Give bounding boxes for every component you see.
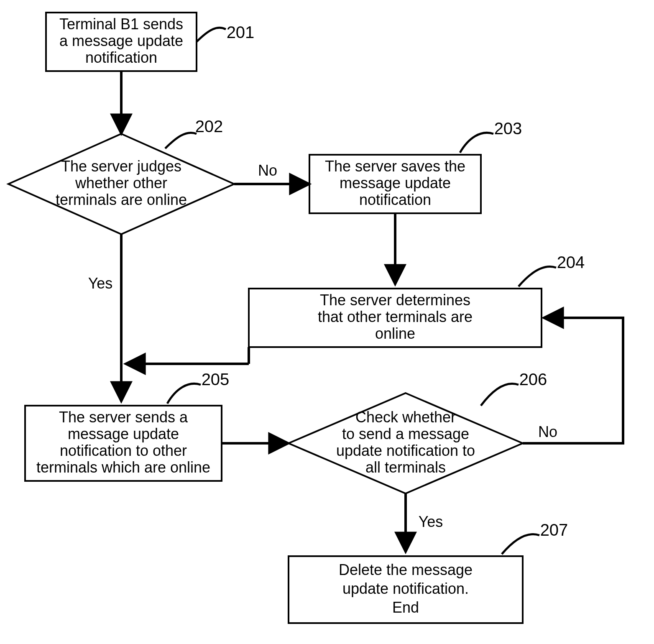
node-203: The server saves the message update noti… — [309, 155, 481, 213]
ref-203: 203 — [494, 119, 522, 138]
node-206-line1: Check whether — [355, 409, 456, 426]
node-207-line1: Delete the message — [339, 561, 473, 578]
node-207-line3: End — [392, 599, 419, 616]
node-205-line4: terminals which are online — [36, 459, 210, 476]
node-206: Check whether to send a message update n… — [289, 393, 523, 493]
node-202-line1: The server judges — [61, 158, 181, 175]
node-203-line1: The server saves the — [325, 158, 465, 175]
ref-202: 202 — [195, 117, 223, 135]
node-205-line2: message update — [68, 425, 179, 442]
node-206-line4: all terminals — [365, 459, 446, 476]
node-202-line3: terminals are online — [56, 191, 187, 208]
node-202: The server judges whether other terminal… — [8, 134, 234, 234]
ref-201: 201 — [227, 23, 255, 41]
node-206-line3: update notification to — [336, 442, 475, 459]
node-204-line3: online — [375, 325, 415, 342]
node-206-line2: to send a message — [342, 425, 469, 442]
node-204-line2: that other terminals are — [318, 308, 473, 325]
node-204-line1: The server determines — [320, 291, 470, 309]
ref-207: 207 — [540, 521, 568, 539]
node-203-line3: notification — [359, 191, 431, 208]
node-205-line1: The server sends a — [59, 409, 188, 426]
node-201-line2: a message update — [59, 32, 183, 49]
node-201-line3: notification — [85, 49, 157, 66]
node-202-line2: whether other — [75, 174, 167, 192]
node-203-line2: message update — [340, 174, 451, 192]
edge-202-203-label: No — [258, 162, 277, 179]
edge-206-204-label: No — [538, 423, 557, 440]
ref-205: 205 — [202, 370, 230, 388]
node-207: Delete the message update notification. … — [289, 556, 523, 623]
edge-202-205-label: Yes — [88, 275, 113, 292]
node-204: The server determines that other termina… — [249, 289, 542, 347]
edge-206-207-label: Yes — [419, 513, 443, 530]
ref-204: 204 — [557, 253, 585, 271]
ref-206: 206 — [519, 370, 547, 388]
node-205: The server sends a message update notifi… — [25, 406, 222, 481]
node-201-line1: Terminal B1 sends — [59, 15, 183, 33]
flowchart: Terminal B1 sends a message update notif… — [0, 0, 654, 644]
node-207-line2: update notification. — [342, 580, 469, 597]
node-205-line3: notification to other — [60, 442, 187, 459]
node-201: Terminal B1 sends a message update notif… — [46, 13, 197, 71]
